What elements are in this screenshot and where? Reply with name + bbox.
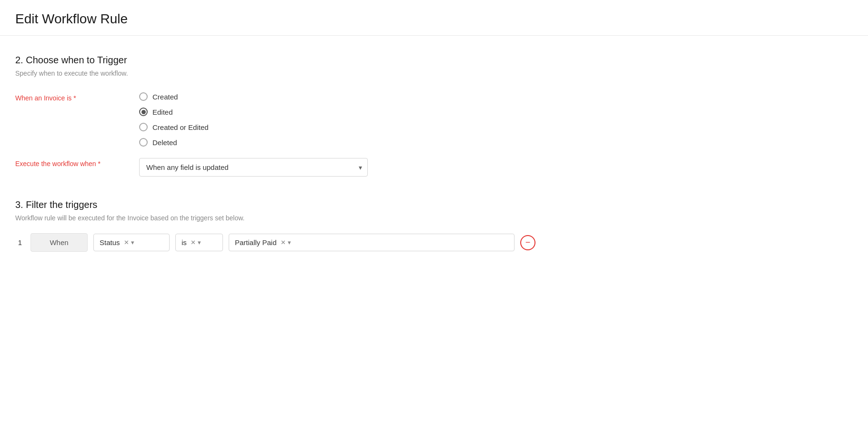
filter-row: 1 When Status ✕ ▾ is ✕ ▾ Partially Paid [15, 233, 853, 252]
filter-field-value: Status [100, 238, 120, 247]
filter-condition-chevron-icon: ▾ [198, 239, 201, 246]
radio-created[interactable]: Created [139, 92, 209, 101]
radio-edited-label: Edited [152, 108, 173, 116]
filter-section-subtitle: Workflow rule will be executed for the I… [15, 214, 853, 222]
invoice-trigger-options: Created Edited Created or Edited Deleted [139, 92, 209, 147]
filter-field-chevron-icon: ▾ [131, 239, 134, 246]
filter-value-chevron-icon: ▾ [288, 239, 291, 246]
trigger-section-heading: 2. Choose when to Trigger [15, 55, 853, 66]
invoice-trigger-label: When an Invoice is * [15, 92, 139, 102]
filter-field-clear-icon[interactable]: ✕ [124, 239, 129, 246]
filter-condition-value: is [182, 238, 187, 247]
trigger-section-subtitle: Specify when to execute the workflow. [15, 69, 853, 77]
radio-created-or-edited[interactable]: Created or Edited [139, 123, 209, 131]
radio-deleted-label: Deleted [152, 138, 177, 147]
radio-created-or-edited-label: Created or Edited [152, 123, 209, 131]
filter-value-text: Partially Paid [235, 238, 277, 247]
execute-workflow-select-wrapper: When any field is updated ▾ [139, 158, 368, 177]
filter-condition-clear-icon[interactable]: ✕ [191, 239, 196, 246]
filter-section-heading: 3. Filter the triggers [15, 199, 853, 210]
radio-deleted-indicator [139, 138, 148, 147]
filter-row-number: 1 [15, 238, 25, 247]
filter-value-clear-icon[interactable]: ✕ [281, 239, 286, 246]
execute-workflow-label: Execute the workflow when * [15, 158, 139, 168]
radio-created-indicator [139, 92, 148, 101]
filter-condition-icons: ✕ ▾ [191, 239, 201, 246]
radio-created-label: Created [152, 93, 178, 101]
filter-condition-select[interactable]: is ✕ ▾ [175, 234, 223, 251]
filter-value-select[interactable]: Partially Paid ✕ ▾ [229, 234, 515, 251]
filter-value-icons: ✕ ▾ [281, 239, 291, 246]
remove-filter-icon: − [525, 237, 531, 247]
page-title: Edit Workflow Rule [15, 11, 853, 27]
radio-edited-indicator [139, 108, 148, 116]
radio-edited[interactable]: Edited [139, 108, 209, 116]
filter-when-label: When [50, 238, 68, 247]
radio-deleted[interactable]: Deleted [139, 138, 209, 147]
remove-filter-button[interactable]: − [520, 235, 535, 250]
radio-created-or-edited-indicator [139, 123, 148, 131]
filter-field-select[interactable]: Status ✕ ▾ [93, 234, 170, 251]
filter-when-box: When [30, 233, 88, 252]
filter-field-icons: ✕ ▾ [124, 239, 134, 246]
execute-workflow-select[interactable]: When any field is updated [139, 158, 368, 177]
